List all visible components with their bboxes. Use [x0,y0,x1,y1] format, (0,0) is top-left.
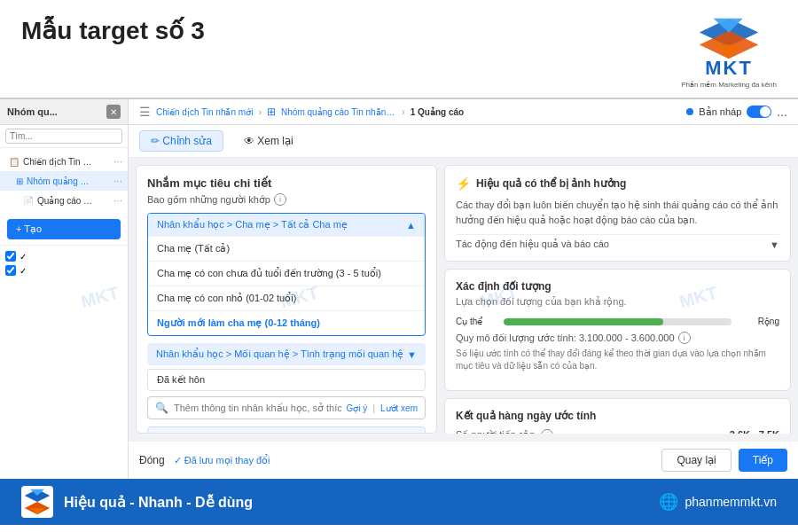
breadcrumb-icon: ☰ [139,105,151,119]
section-title: Nhắm mục tiêu chi tiết [147,176,426,190]
sidebar-check-item-2: ✓ [5,263,122,278]
create-button[interactable]: + Tạo [7,219,121,239]
dropdown-header[interactable]: Nhân khẩu học > Cha mẹ > Tất cả Cha mẹ ▲ [148,214,425,236]
sidebar-header-title: Nhóm qu... [7,106,58,117]
tree-item-adgroup[interactable]: ⊞ Nhóm quảng cáo Tin nhắn mới ··· [0,171,128,191]
edit-button[interactable]: ✏ Chỉnh sửa [139,130,223,152]
left-panel: Nhắm mục tiêu chi tiết Bao gồm những ngư… [136,165,437,434]
search-hint-sep: | [372,403,375,413]
adgroup-icon: ⊞ [16,176,23,186]
main-content: Nhóm qu... ✕ 📋 Chiến dịch Tin nhắn mới ·… [0,98,798,479]
footer-tagline: Hiệu quả - Nhanh - Dễ dùng [64,494,253,511]
select-item-label: ✓ [20,266,27,276]
sidebar-check-item: ✓ [5,249,122,263]
impact-desc: Các thay đổi bạn luôn biến chuyển tạo hệ… [456,198,779,227]
footer-url[interactable]: phanmemmkt.vn [685,495,777,509]
search-hint-1[interactable]: Gợi ý [347,403,368,413]
status-text: Bản nháp [699,106,741,118]
daily-info-icon[interactable]: i [541,429,553,434]
daily-row-1: Số người tiếp cận i 2.6K - 7.5K [456,429,779,434]
search-hint-2[interactable]: Lướt xem [380,403,418,413]
audience-note: Số liệu ước tính có thể thay đổi đáng kể… [456,348,779,372]
ad-label: Quảng cáo Tin nhắn mới [37,196,94,206]
section-subtitle-text: Bao gồm những người khớp [147,194,270,206]
content-area: ☰ Chiến dịch Tin nhắn mới › ⊞ Nhóm quảng… [129,99,798,479]
select-all-label: ✓ [20,252,27,262]
dropdown-header-text: Nhân khẩu học > Cha mẹ > Tất cả Cha mẹ [157,219,348,231]
campaign-label: Chiến dịch Tin nhắn mới [23,157,94,167]
estimate-info-icon[interactable]: i [678,332,691,344]
review-button[interactable]: 👁 Xem lại [232,130,305,152]
target-dropdown: Nhân khẩu học > Cha mẹ > Tất cả Cha mẹ ▲… [147,213,426,336]
dropdown-chevron-icon: ▲ [406,220,416,231]
audience-subtitle: Lựa chọn đối tượng của bạn khả rộng. [456,296,779,308]
tree-item-ad[interactable]: 📄 Quảng cáo Tin nhắn mới ··· [0,191,128,210]
adgroup-dots[interactable]: ··· [113,175,122,187]
select-item-checkbox[interactable] [5,265,16,276]
select-all-checkbox[interactable] [5,251,16,262]
sidebar-header: Nhóm qu... ✕ [0,99,128,125]
audience-card: Xác định đối tượng Lựa chọn đối tượng củ… [444,269,791,391]
dropdown-item-2-label: Cha mẹ có con nhỏ (01-02 tuổi) [157,293,296,303]
dropdown-item-0-label: Cha mẹ (Tất cả) [157,243,230,254]
footer-right: 🌐 phanmemmkt.vn [659,492,777,512]
dropdown-item-3[interactable]: Người mới làm cha mẹ (0-12 tháng) [148,310,425,335]
footer: Hiệu quả - Nhanh - Dễ dùng 🌐 phanmemmkt.… [0,479,798,525]
ad-dots[interactable]: ··· [113,194,122,207]
back-button[interactable]: Quay lại [661,449,731,472]
saved-text: ✓ Đã lưu mọi thay đổi [174,455,270,466]
globe-icon: 🌐 [659,492,678,512]
impact-expand-label: Tác động đến hiệu quả và báo cáo [456,239,609,250]
daily-result-card: Kết quả hàng ngày ước tính Số người tiếp… [444,398,791,434]
relationship-label: Nhân khẩu học > Mối quan hệ > Tình trạng… [156,348,403,360]
married-option[interactable]: Đã kết hôn [147,369,426,391]
close-text[interactable]: Đóng [139,454,165,466]
daily-title: Kết quả hàng ngày ước tính [456,410,779,422]
sidebar-search-input[interactable] [5,129,122,144]
campaign-dots[interactable]: ··· [113,155,122,168]
dropdown-item-2[interactable]: Cha mẹ có con nhỏ (01-02 tuổi) [148,286,425,310]
logo-subtitle: Phần mềm Marketing đa kênh [681,81,777,89]
breadcrumb-campaign[interactable]: Chiến dịch Tin nhắn mới [156,107,253,117]
adgroup-label: Nhóm quảng cáo Tin nhắn mới [27,176,90,186]
daily-row-1-value: 2.6K - 7.5K [730,429,779,434]
sidebar-bottom: ✓ ✓ [0,245,128,281]
breadcrumb-adgroup[interactable]: Nhóm quảng cáo Tin nhắn mới [281,107,396,117]
impact-title-text: Hiệu quả có thể bị ảnh hưởng [476,177,626,190]
bottom-bar-right: Quay lại Tiếp [661,449,787,472]
page-title: Mẫu target số 3 [21,16,205,45]
target-search-input[interactable] [174,403,341,413]
dropdown-item-1[interactable]: Cha mẹ có con chưa đủ tuổi đến trường (3… [148,261,425,286]
campaign-tree: 📋 Chiến dịch Tin nhắn mới ··· ⊞ Nhóm quả… [0,148,128,214]
relationship-row[interactable]: Nhân khẩu học > Mối quan hệ > Tình trạng… [147,343,426,365]
toggle-switch[interactable] [747,106,771,118]
dropdown-item-0[interactable]: Cha mẹ (Tất cả) [148,236,425,261]
footer-left: Hiệu quả - Nhanh - Dễ dùng [21,486,253,518]
audience-bar-track [504,318,732,325]
daily-row-1-label: Số người tiếp cận i [456,429,553,434]
footer-logo-box [21,486,53,518]
next-button[interactable]: Tiếp [739,449,787,472]
audience-bar-fill [504,318,663,325]
saved-indicator: ✓ Đã lưu mọi thay đổi [174,455,270,466]
breadcrumb-sep-2: › [402,106,405,117]
lightning-icon: ⚡ [456,176,471,191]
sidebar-search [0,125,128,148]
breadcrumb-dots[interactable]: ... [777,105,787,119]
impact-expand[interactable]: Tác động đến hiệu quả và báo cáo ▼ [456,234,779,250]
dropdown-item-3-label: Người mới làm cha mẹ (0-12 tháng) [157,317,320,328]
impact-card: ⚡ Hiệu quả có thể bị ảnh hưởng Các thay … [444,165,791,262]
info-icon[interactable]: i [274,193,286,206]
sidebar: Nhóm qu... ✕ 📋 Chiến dịch Tin nhắn mới ·… [0,99,129,479]
audience-bar-container: Cụ thể Rộng [456,317,779,326]
sidebar-close-btn[interactable]: ✕ [106,105,121,119]
breadcrumb-status: Bản nháp ... [686,105,787,119]
campaign-icon: 📋 [9,157,20,167]
top-header: Mẫu target số 3 MKT Phần mềm Marketing đ… [0,0,798,98]
breadcrumb-bar: ☰ Chiến dịch Tin nhắn mới › ⊞ Nhóm quảng… [129,99,798,125]
tree-item-campaign[interactable]: 📋 Chiến dịch Tin nhắn mới ··· [0,152,128,171]
audience-title: Xác định đối tượng [456,280,779,293]
ad-icon: 📄 [23,196,34,206]
search-glass-icon: 🔍 [155,402,168,414]
right-panel: ⚡ Hiệu quả có thể bị ảnh hưởng Các thay … [444,165,791,434]
